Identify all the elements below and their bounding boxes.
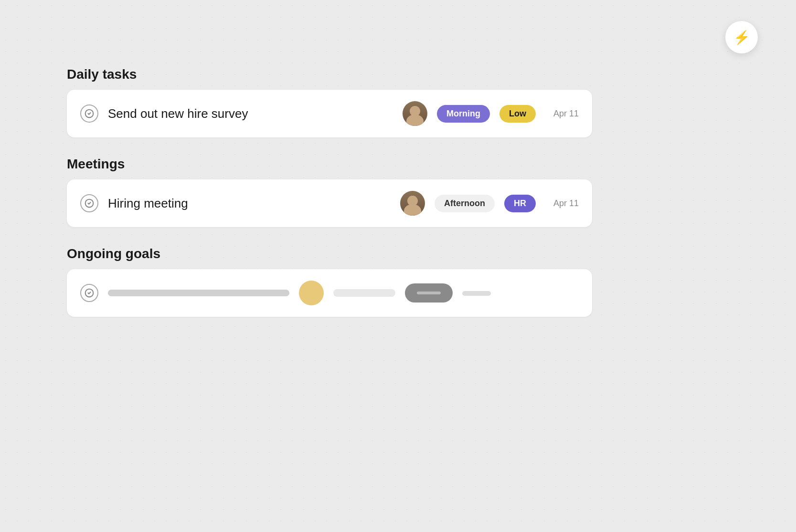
- time-badge-goal1[interactable]: [333, 289, 395, 297]
- section-ongoing-goals: Ongoing goals: [67, 246, 592, 317]
- avatar-meeting1: [400, 191, 425, 216]
- meetings-card: Hiring meeting Afternoon HR Apr 11: [67, 179, 592, 227]
- check-icon-task1[interactable]: [80, 104, 98, 123]
- goal-row[interactable]: [80, 269, 579, 317]
- goal-text-placeholder: [108, 290, 289, 296]
- lightning-icon: ⚡: [733, 30, 750, 45]
- ongoing-goals-card: [67, 269, 592, 317]
- date-goal1: [462, 288, 496, 298]
- check-icon-goal1[interactable]: [80, 284, 98, 302]
- goal-priority-placeholder: [417, 292, 441, 294]
- daily-tasks-card: Send out new hire survey Morning Low Apr…: [67, 90, 592, 137]
- task-row[interactable]: Send out new hire survey Morning Low Apr…: [80, 90, 579, 137]
- date-task1: Apr 11: [545, 109, 579, 119]
- section-daily-tasks: Daily tasks Send out new hire survey Mor…: [67, 67, 592, 137]
- time-badge-meeting1[interactable]: Afternoon: [435, 195, 495, 212]
- avatar-task1: [403, 101, 427, 126]
- section-title-meetings: Meetings: [67, 156, 592, 172]
- main-container: Daily tasks Send out new hire survey Mor…: [67, 67, 592, 336]
- priority-badge-goal1[interactable]: [405, 283, 453, 303]
- avatar-goal1: [299, 281, 324, 305]
- task-name-1: Send out new hire survey: [108, 106, 393, 121]
- meeting-row[interactable]: Hiring meeting Afternoon HR Apr 11: [80, 179, 579, 227]
- section-meetings: Meetings Hiring meeting Afternoon HR Apr…: [67, 156, 592, 227]
- date-meeting1: Apr 11: [545, 198, 579, 209]
- section-title-ongoing-goals: Ongoing goals: [67, 246, 592, 261]
- check-icon-meeting1[interactable]: [80, 194, 98, 212]
- meeting-name-1: Hiring meeting: [108, 196, 391, 211]
- priority-badge-meeting1[interactable]: HR: [504, 195, 536, 212]
- priority-badge-task1[interactable]: Low: [499, 105, 536, 123]
- section-title-daily-tasks: Daily tasks: [67, 67, 592, 82]
- time-badge-task1[interactable]: Morning: [437, 105, 490, 123]
- fab-button[interactable]: ⚡: [725, 21, 758, 53]
